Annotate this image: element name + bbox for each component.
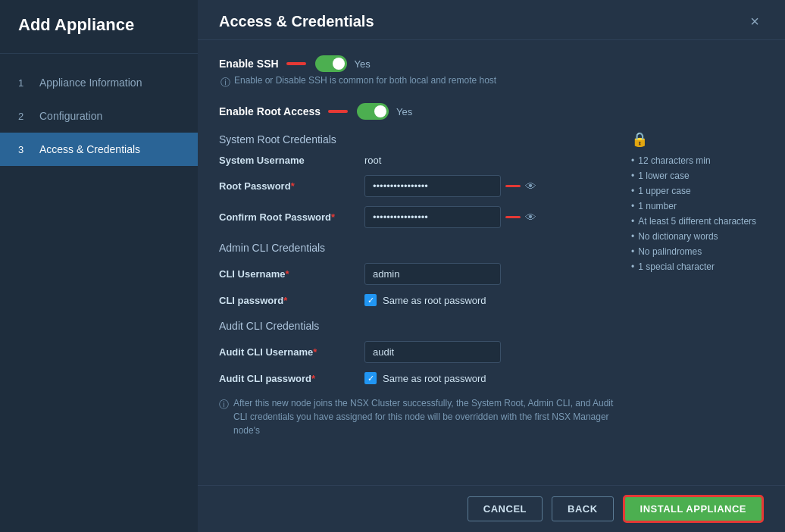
audit-cli-section-header: Audit CLI Credentials bbox=[219, 320, 616, 332]
sidebar-item-access-credentials[interactable]: 3 Access & Credentials bbox=[0, 133, 198, 166]
enable-root-access-row: Enable Root Access Yes bbox=[219, 103, 616, 120]
step-num-1: 1 bbox=[18, 77, 30, 89]
pw-req-item-5: No dictionary words bbox=[631, 231, 764, 242]
cli-password-checkbox[interactable] bbox=[364, 294, 377, 306]
root-password-label: Root Password* bbox=[219, 180, 355, 192]
content-area: Enable SSH Yes ⓘ Enable or Disable SSH i… bbox=[198, 40, 785, 485]
pw-requirements-list: 12 characters min 1 lower case 1 upper c… bbox=[631, 155, 764, 272]
password-requirements-panel: 🔒 12 characters min 1 lower case 1 upper… bbox=[631, 55, 764, 470]
sidebar-steps: 1 Appliance Information 2 Configuration … bbox=[0, 54, 198, 178]
pw-req-item-6: No palindromes bbox=[631, 246, 764, 257]
cli-username-row: CLI Username* bbox=[219, 263, 616, 285]
cli-pw-required: * bbox=[283, 295, 287, 306]
sidebar: Add Appliance 1 Appliance Information 2 … bbox=[0, 0, 198, 532]
audit-cli-username-input[interactable] bbox=[364, 341, 501, 363]
sidebar-title: Add Appliance bbox=[0, 0, 198, 54]
system-username-value: root bbox=[364, 155, 381, 166]
audit-cli-password-row: Audit CLI password* Same as root passwor… bbox=[219, 372, 616, 384]
confirm-root-password-label: Confirm Root Password* bbox=[219, 211, 355, 223]
info-note-text: After this new node joins the NSX Cluste… bbox=[233, 396, 616, 437]
ssh-yes-label: Yes bbox=[355, 58, 371, 70]
lock-icon: 🔒 bbox=[631, 131, 764, 148]
pw-req-item-3: 1 number bbox=[631, 201, 764, 211]
sidebar-item-appliance-information[interactable]: 1 Appliance Information bbox=[0, 66, 198, 99]
confirm-root-password-row: Confirm Root Password* 👁 bbox=[219, 206, 616, 228]
audit-cli-password-label: Audit CLI password* bbox=[219, 373, 355, 384]
info-note-icon: ⓘ bbox=[219, 397, 229, 412]
close-button[interactable]: × bbox=[746, 12, 764, 30]
root-pw-required: * bbox=[291, 180, 295, 192]
system-username-row: System Username root bbox=[219, 155, 616, 166]
pw-req-item-7: 1 special character bbox=[631, 261, 764, 272]
enable-ssh-label: Enable SSH bbox=[219, 58, 279, 70]
ssh-info-icon: ⓘ bbox=[220, 76, 230, 89]
enable-ssh-row: Enable SSH Yes ⓘ Enable or Disable SSH i… bbox=[219, 55, 616, 89]
step-label-3: Access & Credentials bbox=[39, 143, 140, 155]
enable-ssh-toggle[interactable] bbox=[315, 55, 347, 72]
form-section: Enable SSH Yes ⓘ Enable or Disable SSH i… bbox=[219, 55, 616, 470]
sidebar-item-configuration[interactable]: 2 Configuration bbox=[0, 99, 198, 133]
confirm-pw-eye-icon[interactable]: 👁 bbox=[525, 211, 536, 224]
root-access-yes-label: Yes bbox=[396, 106, 412, 117]
audit-password-same-as-root: Same as root password bbox=[364, 372, 486, 384]
audit-pw-required: * bbox=[311, 373, 315, 384]
cli-username-label: CLI Username* bbox=[219, 268, 355, 280]
main-title: Access & Credentials bbox=[219, 13, 374, 30]
footer: CANCEL BACK INSTALL APPLIANCE bbox=[198, 485, 785, 532]
cli-password-label: CLI password* bbox=[219, 295, 355, 306]
audit-cli-username-row: Audit CLI Username* bbox=[219, 341, 616, 363]
ssh-dash-icon bbox=[286, 62, 306, 65]
root-password-input[interactable] bbox=[364, 175, 501, 197]
confirm-password-input-group: 👁 bbox=[364, 206, 536, 228]
enable-root-access-toggle[interactable] bbox=[357, 103, 389, 120]
cli-password-checkbox-label: Same as root password bbox=[383, 295, 486, 306]
cli-username-input[interactable] bbox=[364, 263, 501, 285]
step-num-2: 2 bbox=[18, 111, 30, 122]
system-username-label: System Username bbox=[219, 155, 355, 166]
confirm-pw-required: * bbox=[331, 211, 335, 223]
confirm-password-input[interactable] bbox=[364, 206, 501, 228]
system-root-section-header: System Root Credentials bbox=[219, 133, 616, 146]
admin-cli-section-header: Admin CLI Credentials bbox=[219, 242, 616, 254]
cli-password-same-as-root: Same as root password bbox=[364, 294, 486, 306]
ssh-hint-text: Enable or Disable SSH is common for both… bbox=[234, 75, 496, 86]
cli-username-required: * bbox=[285, 268, 289, 280]
audit-password-checkbox[interactable] bbox=[364, 372, 377, 384]
confirm-pw-dash-icon bbox=[505, 216, 521, 218]
root-pw-dash-icon bbox=[505, 185, 521, 187]
pw-req-item-1: 1 lower case bbox=[631, 171, 764, 181]
install-appliance-button[interactable]: INSTALL APPLIANCE bbox=[623, 495, 764, 523]
cli-password-row: CLI password* Same as root password bbox=[219, 294, 616, 306]
pw-req-item-2: 1 upper case bbox=[631, 186, 764, 196]
audit-password-checkbox-label: Same as root password bbox=[383, 373, 486, 384]
root-password-row: Root Password* 👁 bbox=[219, 175, 616, 197]
info-note: ⓘ After this new node joins the NSX Clus… bbox=[219, 396, 616, 437]
toggle-knob bbox=[333, 58, 345, 70]
step-label-1: Appliance Information bbox=[39, 77, 142, 89]
enable-root-access-label: Enable Root Access bbox=[219, 105, 321, 117]
step-num-3: 3 bbox=[18, 144, 30, 155]
root-pw-eye-icon[interactable]: 👁 bbox=[525, 180, 536, 192]
audit-username-required: * bbox=[313, 346, 317, 358]
main-panel: Access & Credentials × Enable SSH Yes ⓘ … bbox=[198, 0, 785, 532]
cancel-button[interactable]: CANCEL bbox=[468, 496, 543, 521]
pw-req-item-4: At least 5 different characters bbox=[631, 216, 764, 227]
root-toggle-knob bbox=[374, 105, 386, 117]
ssh-hint: ⓘ Enable or Disable SSH is common for bo… bbox=[219, 75, 616, 89]
step-label-2: Configuration bbox=[39, 110, 102, 122]
root-password-input-group: 👁 bbox=[364, 175, 536, 197]
audit-cli-username-label: Audit CLI Username* bbox=[219, 346, 355, 358]
main-header: Access & Credentials × bbox=[198, 0, 785, 40]
root-dash-icon bbox=[328, 110, 348, 113]
pw-req-item-0: 12 characters min bbox=[631, 155, 764, 166]
back-button[interactable]: BACK bbox=[552, 496, 614, 521]
